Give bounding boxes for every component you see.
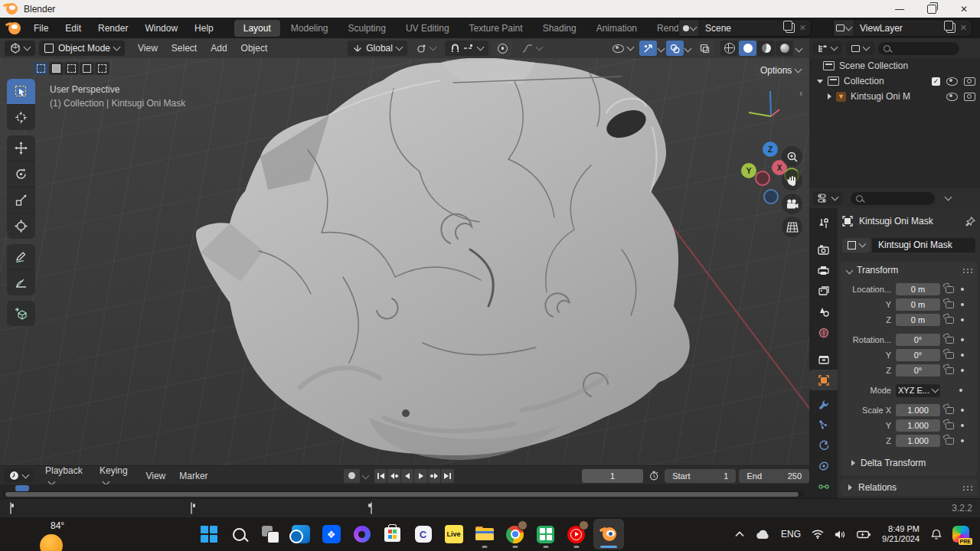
tab-particles[interactable] <box>809 414 838 435</box>
model-kintsugi-oni-mask[interactable] <box>193 58 714 465</box>
animate-dot-icon[interactable] <box>959 389 962 392</box>
transform-panel-header[interactable]: Transform <box>841 262 977 279</box>
taskbar-m365-icon[interactable] <box>347 519 377 549</box>
scene-unlink-icon[interactable]: ✕ <box>799 23 806 33</box>
workspace-tab-animation[interactable]: Animation <box>587 20 646 37</box>
auto-keying-record-button[interactable] <box>344 469 360 483</box>
tab-tool[interactable] <box>809 213 838 233</box>
object-render-camera-icon[interactable] <box>964 93 975 101</box>
shading-dropdown-icon[interactable] <box>795 44 803 52</box>
keying-dropdown-icon[interactable] <box>361 472 369 480</box>
workspace-tab-layout[interactable]: Layout <box>234 20 280 37</box>
taskbar-live-icon[interactable]: Live <box>439 519 469 549</box>
timeline-scrollbar-track[interactable] <box>3 491 804 497</box>
menu-view[interactable]: View <box>131 43 165 54</box>
relations-section[interactable]: Relations <box>841 479 977 496</box>
onedrive-icon[interactable] <box>755 530 770 540</box>
select-mode-extend[interactable] <box>49 62 64 75</box>
workspace-tab-modeling[interactable]: Modeling <box>282 20 338 37</box>
select-mode-subtract[interactable] <box>64 62 79 75</box>
weather-widget[interactable]: 84° <box>35 517 89 551</box>
delta-transform-section[interactable]: Delta Transform <box>841 455 977 471</box>
outliner-row-scene-collection[interactable]: Scene Collection <box>809 58 980 73</box>
scale-x-field[interactable]: 1.000 <box>896 404 940 416</box>
tab-world[interactable] <box>809 322 838 343</box>
shading-wireframe-button[interactable] <box>720 41 738 56</box>
transform-orientation-dropdown[interactable]: Global <box>348 41 407 56</box>
tool-scale[interactable] <box>7 187 35 214</box>
frame-end-field[interactable]: End250 <box>739 469 809 483</box>
prev-keyframe-button[interactable] <box>387 469 400 483</box>
taskbar-youtube-music-icon[interactable] <box>561 519 592 549</box>
view-layer-selector[interactable]: ViewLayer ✕ <box>833 19 972 37</box>
proportional-editing-button[interactable] <box>492 41 513 56</box>
gizmo-axis-z-negative[interactable] <box>763 189 779 204</box>
animate-dot-icon[interactable] <box>961 409 964 412</box>
tool-measure[interactable] <box>7 270 35 295</box>
sidebar-toggle-arrow[interactable]: ‹ <box>799 87 802 99</box>
object-name-field[interactable]: Kintsugi Oni Mask <box>872 238 975 253</box>
xray-toggle[interactable] <box>696 41 714 56</box>
new-view-layer-icon[interactable] <box>946 23 956 33</box>
menu-add[interactable]: Add <box>204 43 234 54</box>
lock-icon[interactable] <box>946 302 954 308</box>
proportional-falloff-button[interactable] <box>517 41 547 56</box>
tab-constraints[interactable] <box>809 455 838 476</box>
scale-y-field[interactable]: 1.000 <box>896 419 940 432</box>
tray-chevron-up-icon[interactable] <box>735 531 744 537</box>
zoom-button[interactable] <box>782 146 802 167</box>
timeline-menu-playback[interactable]: Playback <box>38 465 93 487</box>
timeline-editor-type-button[interactable] <box>4 468 34 483</box>
tab-object[interactable] <box>809 370 838 390</box>
play-button[interactable] <box>414 469 427 483</box>
options-button[interactable]: Options <box>754 63 807 77</box>
tab-scene[interactable] <box>809 302 838 322</box>
blender-menu-icon[interactable] <box>8 22 21 34</box>
outliner-row-collection[interactable]: Collection ✓ <box>809 73 980 89</box>
editor-type-button[interactable] <box>5 41 35 56</box>
properties-search-input[interactable] <box>851 192 935 205</box>
orthographic-toggle-button[interactable] <box>782 217 802 237</box>
shading-rendered-button[interactable] <box>776 41 793 56</box>
lock-icon[interactable] <box>946 352 954 359</box>
animate-dot-icon[interactable] <box>961 354 964 357</box>
animate-dot-icon[interactable] <box>961 288 964 291</box>
taskbar-store-icon[interactable] <box>377 519 408 549</box>
menu-render[interactable]: Render <box>90 18 136 38</box>
menu-edit[interactable]: Edit <box>57 18 90 38</box>
location-x-field[interactable]: 0 m <box>896 283 940 295</box>
tray-language[interactable]: ENG <box>781 529 801 540</box>
shading-solid-button[interactable] <box>739 41 756 56</box>
gizmo-axis-x-negative[interactable] <box>755 171 770 186</box>
taskbar-clipchamp-icon[interactable]: C <box>408 519 439 549</box>
menu-help[interactable]: Help <box>186 18 222 38</box>
frame-start-field[interactable]: Start1 <box>665 469 736 483</box>
lock-icon[interactable] <box>946 422 954 429</box>
copilot-button[interactable]: PRE <box>952 526 969 543</box>
select-mode-intersect[interactable] <box>95 62 109 75</box>
show-object-types-button[interactable] <box>607 41 639 56</box>
timeline-menu-keying[interactable]: Keying <box>93 465 139 487</box>
mode-dropdown[interactable]: Object Mode <box>39 41 125 56</box>
gizmo-axis-y[interactable]: Y <box>741 163 756 178</box>
scene-name[interactable]: Scene <box>705 23 782 34</box>
tool-transform[interactable] <box>7 214 35 239</box>
minimize-button[interactable]: — <box>884 0 916 18</box>
notification-bell-icon[interactable] <box>931 529 942 540</box>
rotation-x-field[interactable]: 0° <box>896 334 940 346</box>
taskbar-outlook-icon[interactable] <box>286 519 316 549</box>
taskbar-dropbox-icon[interactable]: ❖ <box>316 519 347 549</box>
lock-icon[interactable] <box>946 317 954 324</box>
tab-output[interactable] <box>809 260 838 281</box>
timeline-track[interactable] <box>0 484 809 498</box>
restore-button[interactable] <box>916 0 948 18</box>
tool-annotate[interactable] <box>7 244 35 270</box>
tray-clock[interactable]: 8:49 PM 9/21/2024 <box>882 524 920 544</box>
workspace-tab-uv-editing[interactable]: UV Editing <box>397 20 459 37</box>
menu-file[interactable]: File <box>25 18 57 38</box>
menu-select[interactable]: Select <box>165 43 204 54</box>
view-layer-icon[interactable] <box>834 20 854 36</box>
animate-dot-icon[interactable] <box>961 303 964 306</box>
snapping-group[interactable] <box>445 41 488 56</box>
collapse-arrow-icon[interactable] <box>828 93 831 99</box>
